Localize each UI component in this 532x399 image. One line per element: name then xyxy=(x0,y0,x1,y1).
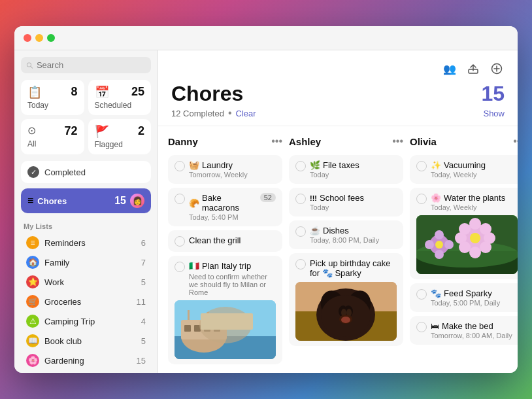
list-item-family[interactable]: 🏠 Family 7 xyxy=(17,252,155,272)
col-name-olivia: Olivia xyxy=(410,136,437,147)
task-count: 15 xyxy=(481,82,505,106)
quick-tiles: 📋 8 Today 📅 25 Scheduled ⊙ 72 xyxy=(14,80,158,154)
task-check-school[interactable] xyxy=(295,194,306,204)
today-tile[interactable]: 📋 8 Today xyxy=(21,80,84,115)
chores-right: 15 👩 xyxy=(114,194,144,208)
school-title: School fees xyxy=(320,193,364,203)
list-item-work[interactable]: ⭐ Work 5 xyxy=(17,272,155,292)
completed-tile[interactable]: ✓ Completed xyxy=(21,161,151,183)
bookclub-count: 5 xyxy=(141,336,146,346)
my-lists-header: My Lists xyxy=(14,220,158,233)
svg-point-42 xyxy=(480,241,491,253)
task-check-plants[interactable] xyxy=(416,194,427,204)
clear-button[interactable]: Clear xyxy=(236,109,256,118)
sidebar: 📋 8 Today 📅 25 Scheduled ⊙ 72 xyxy=(14,50,158,373)
task-laundry[interactable]: 🧺 Laundry Tomorrow, Weekly xyxy=(168,155,282,184)
svg-rect-11 xyxy=(184,325,191,332)
gardening-count: 15 xyxy=(137,356,146,366)
italy-title: Plan Italy trip xyxy=(202,261,251,271)
task-clean-grill[interactable]: Clean the grill xyxy=(168,230,282,252)
chores-tile[interactable]: ≡ Chores 15 👩 xyxy=(21,188,151,213)
task-check-taxes[interactable] xyxy=(295,161,306,171)
task-check-macarons[interactable] xyxy=(175,194,185,204)
task-check-bed[interactable] xyxy=(416,322,427,332)
search-input[interactable] xyxy=(37,60,146,70)
add-task-icon[interactable] xyxy=(489,61,505,77)
macarons-badge: 52 xyxy=(260,193,276,202)
svg-point-41 xyxy=(459,241,471,253)
today-icon: 📋 xyxy=(27,85,42,99)
task-italy[interactable]: 🇮🇹 Plan Italy trip Need to confirm wheth… xyxy=(168,256,282,364)
svg-point-48 xyxy=(444,240,454,249)
list-item-gardening[interactable]: 🌸 Gardening 15 xyxy=(17,351,155,370)
column-olivia: Olivia ••• ✨ Vacuuming Today, Weekly xyxy=(407,133,518,366)
groceries-icon: 🛒 xyxy=(26,295,39,308)
task-check-clean[interactable] xyxy=(175,236,185,247)
task-check-italy[interactable] xyxy=(175,262,185,272)
search-bar[interactable] xyxy=(21,57,151,73)
list-item-camping[interactable]: ⚠ Camping Trip 4 xyxy=(17,311,155,331)
svg-rect-18 xyxy=(201,313,253,330)
task-check-dishes[interactable] xyxy=(295,226,306,237)
reminders-count: 6 xyxy=(141,238,146,248)
vacuum-sub: Today, Weekly xyxy=(431,171,518,179)
task-feed-sparky[interactable]: 🐾 Feed Sparky Today, 5:00 PM, Daily xyxy=(410,283,518,312)
task-dishes[interactable]: ☕ Dishes Today, 8:00 PM, Daily xyxy=(289,220,403,249)
feed-sub: Today, 5:00 PM, Daily xyxy=(431,299,518,307)
vacuum-emoji: ✨ xyxy=(431,160,441,170)
task-sparky-cake[interactable]: Pick up birthday cake for 🐾 Sparky xyxy=(289,253,403,346)
macarons-sub: Today, 5:40 PM xyxy=(189,213,256,221)
bookclub-label: Book club xyxy=(44,336,82,346)
task-school-fees[interactable]: !!! School fees Today xyxy=(289,188,403,217)
scheduled-tile[interactable]: 📅 25 Scheduled xyxy=(88,80,152,115)
close-button[interactable] xyxy=(24,34,31,42)
add-list-button[interactable]: ⊕ Add List xyxy=(14,372,158,373)
school-emoji: !!! xyxy=(310,194,317,202)
list-item-bookclub[interactable]: 📖 Book club 5 xyxy=(17,331,155,351)
main-content: 👥 xyxy=(158,50,518,373)
all-tile[interactable]: ⊙ 72 All xyxy=(21,119,84,154)
task-check-feed[interactable] xyxy=(416,289,427,300)
task-vacuuming[interactable]: ✨ Vacuuming Today, Weekly xyxy=(410,155,518,184)
task-macarons[interactable]: 🥐 Bake macarons Today, 5:40 PM 52 xyxy=(168,188,282,226)
bed-title: Make the bed xyxy=(442,321,493,331)
task-taxes[interactable]: 🌿 File taxes Today xyxy=(289,155,403,184)
plants-sub: Today, Weekly xyxy=(431,203,518,211)
dishes-title: Dishes xyxy=(323,226,349,235)
list-item-groceries[interactable]: 🛒 Groceries 11 xyxy=(17,292,155,311)
laundry-title: Laundry xyxy=(202,160,233,170)
gardening-icon: 🌸 xyxy=(26,354,39,367)
col-name-ashley: Ashley xyxy=(289,136,321,147)
col-more-ashley[interactable]: ••• xyxy=(392,135,403,147)
reminders-label: Reminders xyxy=(44,238,86,248)
task-water-plants[interactable]: 🌸 Water the plants Today, Weekly xyxy=(410,188,518,279)
flagged-count: 2 xyxy=(138,124,144,138)
col-more-danny[interactable]: ••• xyxy=(271,135,282,147)
vacuum-title: Vacuuming xyxy=(444,160,486,170)
italy-image xyxy=(175,300,276,359)
profile-icon[interactable]: 👥 xyxy=(442,61,457,77)
fullscreen-button[interactable] xyxy=(47,34,55,42)
show-button[interactable]: Show xyxy=(483,109,505,118)
minimize-button[interactable] xyxy=(35,34,43,42)
task-check-vacuum[interactable] xyxy=(416,161,427,171)
share-icon[interactable] xyxy=(465,61,481,77)
svg-point-45 xyxy=(435,230,444,239)
school-sub: Today xyxy=(310,203,397,211)
search-icon xyxy=(26,61,33,69)
list-item-reminders[interactable]: ≡ Reminders 6 xyxy=(17,233,155,252)
task-make-bed[interactable]: 🛏 Make the bed Tomorrow, 8:00 AM, Daily xyxy=(410,316,518,345)
family-icon: 🏠 xyxy=(26,256,39,269)
work-label: Work xyxy=(44,277,64,287)
traffic-lights xyxy=(24,34,55,42)
flagged-tile[interactable]: 🚩 2 Flagged xyxy=(88,119,152,154)
dishes-emoji: ☕ xyxy=(310,226,320,235)
completed-icon: ✓ xyxy=(27,166,39,178)
titlebar xyxy=(14,26,518,50)
col-header-danny: Danny ••• xyxy=(168,133,282,150)
chores-tile-label: Chores xyxy=(37,196,67,206)
col-more-olivia[interactable]: ••• xyxy=(513,135,518,147)
bed-emoji: 🛏 xyxy=(431,321,439,331)
task-check-cake[interactable] xyxy=(295,259,306,269)
task-check-laundry[interactable] xyxy=(175,161,185,171)
